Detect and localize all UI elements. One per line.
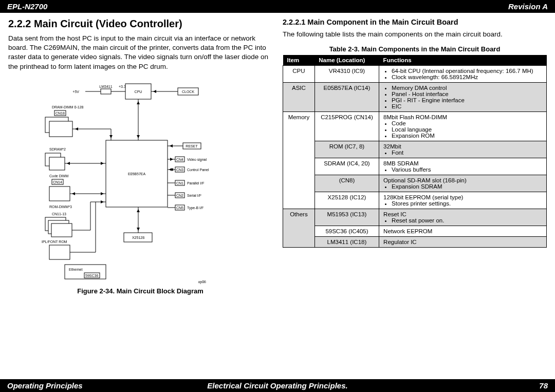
svg-text:Ethernet: Ethernet: [69, 268, 83, 271]
table-row: ROM (IC7, 8) 32MbitFont: [283, 141, 547, 158]
svg-text:Video signal: Video signal: [187, 158, 207, 162]
svg-text:X25128: X25128: [132, 236, 144, 239]
svg-marker-8: [153, 90, 156, 93]
svg-marker-29: [72, 192, 75, 195]
table-row: Memory C215PROG (CN14) 8Mbit Flash ROM-D…: [283, 112, 547, 141]
svg-marker-45: [137, 209, 140, 212]
footer-center: Electrical Circuit Operating Principles.: [207, 381, 347, 390]
svg-text:Parallel I/F: Parallel I/F: [187, 181, 204, 185]
table-row: X25128 (IC12) 128Kbit EEPROM (serial typ…: [283, 192, 547, 209]
svg-text:+5V: +5V: [72, 90, 79, 94]
svg-rect-22: [49, 157, 65, 170]
svg-marker-49: [170, 144, 173, 147]
svg-marker-46: [137, 228, 140, 231]
table-row: CPU VR4310 (IC9) 64-bit CPU (Internal op…: [283, 66, 547, 83]
svg-text:CN11-13: CN11-13: [52, 212, 66, 216]
subsection-heading: 2.2.2.1 Main Component in the Main Circu…: [283, 18, 547, 26]
svg-text:Type-B I/F: Type-B I/F: [187, 206, 203, 210]
table-caption: Table 2-3. Main Components in the Main C…: [283, 45, 547, 53]
svg-text:RESET: RESET: [186, 144, 198, 148]
svg-text:CN5: CN5: [176, 206, 183, 210]
right-column: 2.2.2.1 Main Component in the Main Circu…: [283, 18, 547, 295]
svg-marker-9: [137, 101, 140, 104]
svg-text:SDRAM*2: SDRAM*2: [49, 147, 66, 151]
svg-rect-28: [49, 186, 70, 201]
table-row: LM3411 (IC18) Regulator IC: [283, 237, 547, 248]
svg-rect-35: [51, 223, 72, 237]
th-func: Functions: [379, 55, 547, 66]
table-row: (CN8) Optional SD-RAM slot (168-pin)Expa…: [283, 175, 547, 192]
svg-text:LM3411: LM3411: [99, 85, 112, 88]
footer-bar: Operating Principles Electrical Circuit …: [0, 379, 555, 392]
svg-text:Serial I/F: Serial I/F: [187, 194, 201, 197]
svg-marker-36: [101, 200, 104, 203]
table-row: Others M51953 (IC13) Reset ICReset sat p…: [283, 209, 547, 226]
th-item: Item: [283, 55, 315, 66]
header-right: Revision A: [508, 2, 548, 11]
svg-marker-30: [101, 192, 104, 195]
footer-left: Operating Principles: [7, 381, 83, 390]
svg-text:CN14: CN14: [53, 180, 62, 184]
section-heading: 2.2.2 Main Circuit (Video Controller): [8, 18, 272, 30]
svg-rect-38: [49, 245, 70, 259]
svg-marker-16: [75, 127, 78, 130]
svg-rect-1: [101, 89, 111, 94]
svg-text:E05B57EA: E05B57EA: [128, 172, 146, 176]
svg-text:ROM-DIMM*3: ROM-DIMM*3: [49, 205, 72, 209]
header-left: EPL-N2700: [7, 2, 47, 11]
header-bar: EPL-N2700 Revision A: [0, 0, 555, 13]
figure-caption: Figure 2-34. Main Circuit Block Diagram: [8, 287, 272, 295]
footer-right: 78: [539, 381, 548, 390]
table-row: SDRAM (IC4, 20) 8MB SDRAMVarious buffers: [283, 158, 547, 175]
svg-marker-23: [67, 162, 70, 165]
section-body: Data sent from the host PC is input to t…: [8, 34, 272, 71]
svg-text:CN4: CN4: [176, 158, 183, 161]
svg-text:Code DIMM: Code DIMM: [49, 174, 69, 178]
svg-text:CLOCK: CLOCK: [182, 90, 194, 94]
svg-text:CN2: CN2: [176, 194, 183, 197]
block-diagram: LM3411 +5V +3.3V CPU CLOCK DRAM-DIMM 0-1…: [8, 79, 214, 284]
svg-text:DRAM-DIMM 0-128: DRAM-DIMM 0-128: [52, 105, 84, 109]
svg-text:CN3: CN3: [176, 168, 183, 172]
components-table: Item Name (Location) Functions CPU VR431…: [283, 55, 547, 248]
svg-marker-24: [101, 162, 104, 165]
svg-text:CPU: CPU: [135, 90, 142, 94]
intro-text: The following table lists the main compo…: [283, 30, 547, 38]
table-row: ASIC E05B57EA (IC14) Memory DMA controlP…: [283, 83, 547, 112]
svg-text:Control Panel: Control Panel: [187, 168, 209, 172]
svg-text:IPL/FONT ROM: IPL/FONT ROM: [42, 240, 67, 244]
svg-text:CN18: CN18: [55, 111, 65, 115]
svg-text:op06: op06: [198, 280, 206, 284]
svg-rect-15: [49, 121, 72, 137]
th-name: Name (Location): [314, 55, 379, 66]
svg-marker-10: [137, 135, 140, 138]
svg-text:59SC36: 59SC36: [85, 274, 98, 277]
svg-marker-53: [170, 158, 173, 161]
table-row: 59SC36 (IC405) Network EEPROM: [283, 226, 547, 237]
content: 2.2.2 Main Circuit (Video Controller) Da…: [0, 13, 555, 300]
left-column: 2.2.2 Main Circuit (Video Controller) Da…: [8, 18, 272, 295]
svg-text:CN1: CN1: [176, 181, 183, 185]
svg-marker-17: [109, 135, 113, 138]
